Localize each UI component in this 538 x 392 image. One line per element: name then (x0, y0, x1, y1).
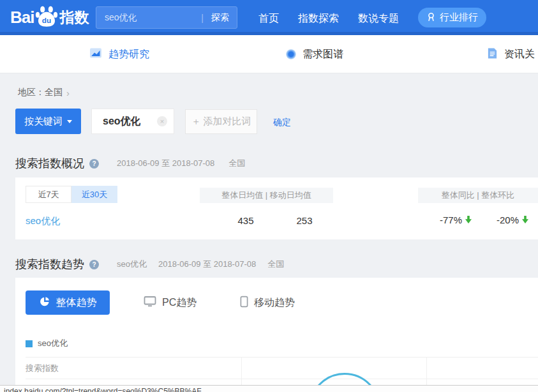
trend-title: 搜索指数趋势 (15, 257, 84, 272)
status-url-text: index.baidu.com/?tpl=trend&word=seo%D3%C… (4, 387, 202, 392)
baidu-index-logo[interactable]: Bai du 指数 (10, 4, 89, 30)
chevron-down-icon (67, 120, 72, 123)
column-header-averages: 整体日均值 | 移动日均值 (200, 188, 333, 203)
region-label: 地区：全国 (18, 87, 63, 98)
nav-data-topics[interactable]: 数说专题 (358, 12, 399, 26)
trend-card: 整体趋势 PC趋势 移动趋势 seo优化 搜索指数 (15, 278, 538, 386)
legend-swatch-icon (26, 340, 33, 347)
keyword-value: seo优化 (103, 115, 141, 128)
subnav-demand-map[interactable]: 需求图谱 (286, 35, 343, 73)
help-icon[interactable]: ? (89, 260, 99, 269)
tab-pc-trend-label: PC趋势 (162, 296, 197, 310)
overview-title: 搜索指数概况 (15, 156, 84, 171)
table-column-divider (241, 357, 242, 386)
header-search-box[interactable]: seo优化 | 探索 (96, 6, 237, 29)
tab-last-7-days[interactable]: 近7天 (26, 186, 71, 203)
browser-status-bar: index.baidu.com/?tpl=trend&word=seo%D3%C… (0, 385, 538, 392)
trend-chart-icon (89, 47, 102, 62)
chart-legend[interactable]: seo优化 (26, 338, 68, 349)
keyword-row-link[interactable]: seo优化 (26, 215, 60, 227)
subnav-demand-map-label: 需求图谱 (303, 48, 343, 61)
tab-overall-trend-label: 整体趋势 (56, 296, 97, 310)
industry-ranking-label: 行业排行 (440, 11, 478, 24)
nav-index-explore[interactable]: 指数探索 (298, 12, 339, 26)
tab-overall-trend[interactable]: 整体趋势 (26, 290, 110, 315)
keyword-mode-label: 按关键词 (24, 116, 63, 128)
down-arrow-icon (465, 215, 472, 225)
search-submit-button[interactable]: 探索 (204, 12, 237, 24)
down-arrow-icon (522, 215, 528, 225)
mom-change-cell: -20% (489, 215, 528, 225)
phone-icon (240, 296, 248, 310)
chart-loading-spinner (309, 373, 380, 386)
overview-title-row: 搜索指数概况 ? 2018-06-09 至 2018-07-08 全国 (15, 156, 245, 171)
search-index-row-label: 搜索指数 (26, 363, 59, 374)
legend-label: seo优化 (38, 338, 68, 349)
yoy-change-value: -77% (440, 215, 462, 225)
trend-title-row: 搜索指数趋势 ? seo优化 2018-06-09 至 2018-07-08 全… (15, 257, 284, 272)
mobile-daily-average-value: 253 (285, 215, 324, 226)
top-header: Bai du 指数 seo优化 | 探索 首页 指数探索 数说专题 (0, 0, 538, 35)
overview-card: 近7天 近30天 整体日均值 | 移动日均值 整体同比 | 整体环比 seo优化… (15, 177, 538, 239)
yoy-change-cell: -77% (421, 215, 472, 225)
radar-dot-icon (286, 49, 296, 59)
subnav-trend-research-label: 趋势研究 (108, 48, 149, 61)
chevron-right-icon: › (66, 87, 70, 98)
sub-navigation: 趋势研究 需求图谱 资讯关 (0, 35, 538, 73)
subnav-news-attention[interactable]: 资讯关 (487, 35, 535, 73)
paw-icon: du (35, 4, 58, 30)
logo-text-bai: Bai (10, 8, 34, 27)
nav-home[interactable]: 首页 (258, 12, 279, 26)
subnav-trend-research[interactable]: 趋势研究 (89, 35, 149, 73)
tab-mobile-trend-label: 移动趋势 (254, 296, 295, 310)
table-divider (26, 379, 538, 379)
svg-text:du: du (42, 16, 51, 24)
column-header-ratios: 整体同比 | 整体环比 (418, 188, 538, 203)
news-doc-icon (487, 47, 498, 62)
overview-region: 全国 (228, 158, 245, 169)
baidu-index-page: Bai du 指数 seo优化 | 探索 首页 指数探索 数说专题 (0, 0, 538, 392)
table-column-divider (426, 357, 427, 386)
overview-date-range: 2018-06-09 至 2018-07-08 (117, 158, 214, 169)
overall-daily-average-value: 435 (227, 215, 265, 226)
trend-date-range: 2018-06-09 至 2018-07-08 (158, 259, 256, 270)
keyword-mode-dropdown[interactable]: 按关键词 (15, 109, 81, 134)
tab-pc-trend[interactable]: PC趋势 (144, 296, 197, 310)
subnav-news-attention-label: 资讯关 (504, 48, 535, 61)
keyword-input[interactable]: seo优化 × (91, 109, 174, 134)
mom-change-value: -20% (497, 215, 519, 225)
tab-last-30-days[interactable]: 近30天 (71, 186, 117, 203)
range-tabs: 近7天 近30天 (26, 186, 117, 203)
medal-icon (426, 12, 436, 24)
monitor-icon (144, 296, 156, 310)
pie-chart-icon (39, 296, 50, 310)
trend-keyword: seo优化 (117, 259, 147, 270)
clear-keyword-icon[interactable]: × (157, 116, 167, 126)
table-divider (26, 357, 538, 358)
add-compare-word-button[interactable]: ＋ 添加对比词 (185, 109, 257, 134)
help-icon[interactable]: ? (89, 159, 99, 169)
confirm-link[interactable]: 确定 (273, 117, 291, 128)
region-selector[interactable]: 地区：全国 › (18, 87, 70, 98)
top-navigation: 首页 指数探索 数说专题 (258, 12, 399, 26)
trend-region: 全国 (267, 259, 284, 270)
header-search-input[interactable]: seo优化 (96, 12, 201, 24)
logo-text-suffix: 指数 (59, 8, 89, 27)
tab-mobile-trend[interactable]: 移动趋势 (240, 296, 295, 310)
industry-ranking-button[interactable]: 行业排行 (418, 8, 486, 27)
